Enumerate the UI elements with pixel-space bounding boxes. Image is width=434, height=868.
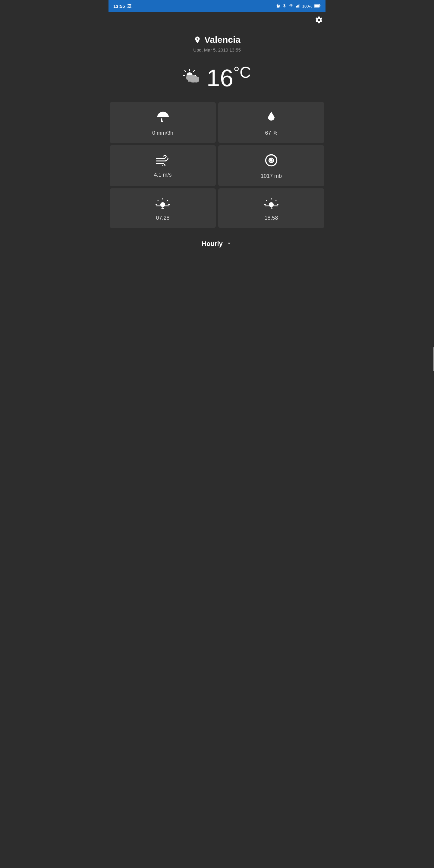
weather-condition-icon: [183, 69, 201, 86]
signal-icon: [296, 4, 301, 9]
sunrise-card: 07:28: [110, 188, 216, 228]
top-bar: [108, 12, 326, 29]
battery-percentage: 100%: [302, 4, 312, 8]
svg-point-8: [197, 38, 198, 39]
temperature-value: 16: [207, 64, 233, 91]
temperature-section: 16°C: [108, 56, 326, 102]
svg-line-38: [276, 200, 276, 201]
svg-line-29: [158, 200, 158, 201]
bluetooth-icon: [282, 3, 287, 9]
precipitation-card: 0 mm/3h: [110, 102, 216, 143]
sunset-card: 18:58: [218, 188, 324, 228]
svg-line-37: [266, 200, 267, 201]
wind-card: 4.1 m/s: [110, 145, 216, 186]
battery-icon: [314, 4, 321, 9]
svg-point-27: [160, 202, 165, 207]
location-name: Valencia: [204, 35, 241, 45]
drop-icon: [265, 111, 277, 126]
weather-grid: 0 mm/3h 67 % 4.1 m/s 10: [108, 102, 326, 228]
svg-rect-5: [320, 5, 321, 6]
wifi-icon: [288, 4, 294, 9]
pressure-value: 1017 mb: [261, 173, 282, 179]
sunrise-value: 07:28: [156, 215, 169, 221]
temperature-display: 16°C: [207, 64, 251, 90]
sunrise-icon: [155, 197, 170, 211]
wind-icon: [155, 155, 170, 168]
image-icon: 🖼: [127, 4, 131, 8]
svg-line-30: [167, 200, 168, 201]
humidity-value: 67 %: [265, 130, 277, 136]
svg-point-35: [269, 202, 274, 207]
precipitation-value: 0 mm/3h: [152, 130, 173, 136]
status-bar: 13:55 🖼: [108, 0, 326, 12]
sunset-value: 18:58: [264, 215, 278, 221]
alarm-icon: [276, 3, 281, 9]
svg-line-11: [185, 70, 186, 71]
svg-rect-22: [188, 77, 199, 82]
svg-rect-2: [298, 4, 299, 7]
pressure-icon: [265, 154, 278, 169]
svg-rect-0: [296, 6, 297, 7]
svg-rect-1: [297, 5, 298, 7]
hourly-section[interactable]: Hourly: [108, 234, 326, 257]
wind-value: 4.1 m/s: [154, 172, 172, 178]
temperature-unit: °C: [233, 64, 251, 81]
location-icon: [193, 36, 201, 44]
chevron-down-icon: [226, 240, 232, 248]
pressure-card: 1017 mb: [218, 145, 324, 186]
location-section: Valencia Upd. Mar 5, 2019 13:55: [108, 29, 326, 56]
umbrella-icon: [156, 111, 169, 126]
svg-rect-6: [314, 4, 319, 7]
location-row: Valencia: [108, 35, 326, 45]
update-text: Upd. Mar 5, 2019 13:55: [108, 47, 326, 53]
settings-icon[interactable]: [315, 16, 323, 26]
status-bar-left: 13:55 🖼: [113, 4, 131, 9]
status-bar-right: 100%: [276, 3, 321, 9]
hourly-label: Hourly: [202, 240, 223, 248]
sunset-icon: [264, 197, 279, 211]
svg-point-25: [270, 159, 272, 161]
status-time: 13:55: [113, 4, 125, 9]
svg-rect-3: [299, 4, 299, 7]
svg-line-10: [193, 70, 194, 71]
humidity-card: 67 %: [218, 102, 324, 143]
